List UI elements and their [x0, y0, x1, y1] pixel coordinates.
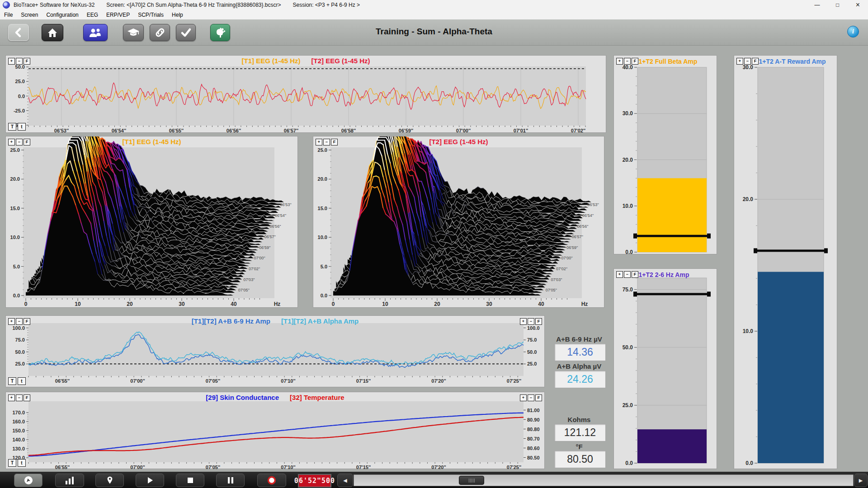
zoom-out-button[interactable]: − — [744, 58, 751, 65]
meter-tick-label: 0.0 — [625, 249, 633, 255]
time-label: 06'53'' — [280, 202, 292, 207]
zoom-in-button[interactable]: + — [8, 318, 15, 325]
zoom-out-button[interactable]: − — [16, 139, 23, 145]
timebase-controls: Tt — [8, 123, 26, 131]
fullscreen-button[interactable]: F — [752, 58, 759, 65]
zoom-out-button[interactable]: − — [16, 58, 23, 65]
fullscreen-button[interactable]: F — [632, 58, 638, 65]
x-tick-label: 06'57'' — [284, 128, 299, 133]
menu-item-configuration[interactable]: Configuration — [42, 12, 82, 18]
readout-value-69hz: 14.36 — [554, 343, 606, 361]
menu-item-file[interactable]: File — [0, 12, 17, 18]
scrollbar-thumb[interactable] — [459, 476, 484, 485]
meter-tick-label: 10.0 — [743, 328, 754, 334]
zoom-in-button[interactable]: + — [316, 139, 322, 145]
scroll-left-button[interactable]: ◀ — [337, 474, 353, 487]
clients-button[interactable] — [83, 24, 108, 41]
zoom-in-button[interactable]: + — [736, 58, 743, 65]
panel-controls-left: +−F — [8, 58, 30, 65]
zoom-out-button[interactable]: − — [528, 394, 534, 401]
zoom-out-button[interactable]: − — [624, 58, 631, 65]
zoom-in-button[interactable]: + — [8, 58, 15, 65]
zoom-in-button[interactable]: + — [616, 58, 623, 65]
back-icon — [13, 27, 24, 38]
mind-button[interactable] — [210, 24, 230, 41]
zoom-in-button[interactable]: + — [8, 394, 15, 401]
menu-item-help[interactable]: Help — [168, 12, 187, 18]
link-button[interactable] — [150, 24, 170, 41]
y-tick-label: 20.0 — [318, 176, 327, 182]
time-label: 07'00'' — [254, 256, 265, 260]
zoom-in-button[interactable]: + — [616, 271, 623, 278]
timeline-scrollbar[interactable] — [354, 474, 854, 486]
zoom-in-button[interactable]: + — [520, 394, 527, 401]
fullscreen-button[interactable]: F — [331, 139, 338, 145]
time-range-button[interactable]: T — [8, 123, 16, 131]
zoom-out-button[interactable]: − — [16, 318, 23, 325]
zoom-in-button[interactable]: + — [8, 139, 15, 145]
fullscreen-button[interactable]: F — [535, 394, 542, 401]
time-label: 07'02'' — [249, 267, 260, 271]
x-tick-label: 07'10'' — [281, 465, 296, 469]
meter-threshold[interactable] — [635, 293, 709, 295]
app-title: BioTrace+ Software for NeXus-32 — [14, 2, 94, 8]
tasks-button[interactable] — [176, 24, 196, 41]
maximize-button[interactable]: □ — [827, 0, 848, 10]
session-label: Session: <P3 + P4 6-9 Hz > — [293, 2, 360, 8]
scroll-right-button[interactable]: ▶ — [854, 474, 868, 487]
x-tick-label: 06'55'' — [55, 378, 70, 384]
zoom-out-button[interactable]: − — [323, 139, 330, 145]
menu-item-erp-vep[interactable]: ERP/VEP — [102, 12, 134, 18]
time-range-button[interactable]: T — [8, 377, 16, 385]
x-tick-label: 07'02'' — [571, 128, 586, 133]
menu-item-scp-trials[interactable]: SCP/Trials — [134, 12, 168, 18]
zoom-in-button[interactable]: + — [520, 318, 527, 325]
fullscreen-button[interactable]: F — [24, 58, 30, 65]
close-button[interactable]: × — [848, 0, 868, 10]
time-label: 07'02'' — [556, 267, 567, 271]
levels-button[interactable] — [55, 474, 84, 487]
fullscreen-button[interactable]: F — [535, 318, 542, 325]
fullscreen-button[interactable]: F — [24, 394, 30, 401]
zoom-out-button[interactable]: − — [16, 394, 23, 401]
y-tick-label: 170.0 — [12, 410, 25, 415]
zoom-out-button[interactable]: − — [528, 318, 534, 325]
record-button[interactable] — [257, 474, 286, 487]
application-window: BioTrace+ Software for NeXus-32 Screen: … — [0, 0, 868, 488]
info-button[interactable]: i — [847, 26, 859, 38]
learning-button[interactable] — [123, 24, 144, 41]
fullscreen-button[interactable]: F — [24, 318, 30, 325]
menu-item-screen[interactable]: Screen — [17, 12, 42, 18]
home-button[interactable] — [42, 24, 63, 41]
back-button[interactable] — [8, 24, 29, 41]
meter-tick-label: 20.0 — [623, 157, 633, 163]
play-button[interactable] — [136, 474, 164, 487]
stop-button[interactable] — [176, 474, 204, 487]
screen-label: Screen: <[A70]2 Ch Sum Alpha-Theta 6-9 H… — [106, 2, 281, 8]
navigate-button[interactable] — [14, 474, 42, 487]
time-unit-button[interactable]: t — [18, 377, 26, 385]
marker-button[interactable] — [95, 474, 124, 487]
x-tick-label: 06'55'' — [55, 465, 70, 469]
fullscreen-button[interactable]: F — [24, 139, 30, 145]
meter-threshold[interactable] — [635, 235, 709, 237]
fullscreen-button[interactable]: F — [632, 271, 638, 278]
pause-button[interactable] — [216, 474, 245, 487]
zoom-out-button[interactable]: − — [624, 271, 631, 278]
panel-controls-left: +−F — [8, 139, 30, 145]
time-unit-button[interactable]: t — [18, 459, 26, 467]
meter-title: T1+T2 A-T Reward Amp — [755, 58, 826, 65]
y-tick-label: 150.0 — [12, 428, 25, 433]
menu-item-eeg[interactable]: EEG — [83, 12, 102, 18]
minimize-button[interactable]: — — [807, 0, 827, 10]
y-tick-label-right: 80.70 — [527, 436, 540, 441]
meter-tick-label: 75.0 — [623, 286, 633, 293]
time-unit-button[interactable]: t — [18, 123, 26, 131]
y-tick-label: 0.0 — [13, 293, 20, 298]
x-tick-label: 07'00'' — [130, 378, 145, 384]
x-tick-label: 07'20'' — [431, 378, 446, 384]
time-range-button[interactable]: T — [8, 459, 16, 467]
y-tick-label-right: 81.00 — [527, 408, 540, 413]
meter-threshold[interactable] — [755, 249, 826, 252]
panel-spectrum-t1: +−F[T1] EEG (1-45 Hz)25.020.015.010.05.0… — [5, 136, 298, 308]
